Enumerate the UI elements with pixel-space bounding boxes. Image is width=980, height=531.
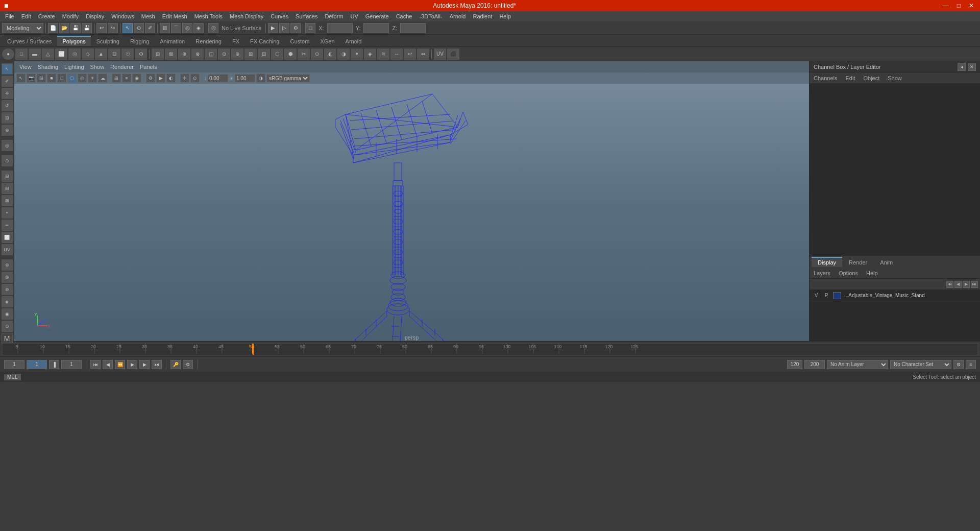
go-end-button[interactable]: ⏭ xyxy=(152,360,162,369)
key-button[interactable]: 🔑 xyxy=(170,360,181,369)
shelf-combine[interactable]: ⊞ xyxy=(244,49,257,60)
layer-color-swatch[interactable] xyxy=(833,292,841,299)
shelf-pyramid[interactable]: ▲ xyxy=(95,49,107,60)
vp-render-preview[interactable]: ▶ xyxy=(156,74,165,83)
z-input[interactable] xyxy=(400,23,426,33)
lt-vertex[interactable]: • xyxy=(2,207,13,219)
vp-menu-lighting[interactable]: Lighting xyxy=(62,63,86,70)
render-settings[interactable]: ⚙ xyxy=(290,23,301,33)
layer-arrow-prev[interactable]: ◀ xyxy=(954,281,962,288)
shelf-wedge[interactable]: ◐ xyxy=(324,49,336,60)
live-surface-icon[interactable]: ◎ xyxy=(208,23,218,33)
menu-uv[interactable]: UV xyxy=(347,12,361,20)
shelf-target-weld[interactable]: ◈ xyxy=(364,49,376,60)
mel-input[interactable] xyxy=(25,374,903,380)
vp-shading-2[interactable]: □ xyxy=(57,74,66,83)
go-start-button[interactable]: ⏮ xyxy=(90,360,101,369)
shelf-cut[interactable]: ✂ xyxy=(298,49,310,60)
menu-deform[interactable]: Deform xyxy=(322,12,346,20)
vp-camera[interactable]: 📷 xyxy=(27,74,36,83)
viewport[interactable]: View Shading Lighting Show Renderer Pane… xyxy=(14,61,809,341)
cb-close-btn[interactable]: ✕ xyxy=(968,63,976,71)
shelf-merge[interactable]: ⊕ xyxy=(178,49,190,60)
vp-pivot[interactable]: ✛ xyxy=(180,74,189,83)
menu-3dtoall[interactable]: -3DToAll- xyxy=(416,12,445,20)
frame-start-input[interactable] xyxy=(4,360,24,369)
tab-arnold[interactable]: Arnold xyxy=(340,36,367,46)
vp-guides[interactable]: ◉ xyxy=(132,74,141,83)
shelf-helix[interactable]: ☉ xyxy=(121,49,134,60)
lt-display-options[interactable]: ⊞ xyxy=(2,171,13,182)
select-tool[interactable]: ↖ xyxy=(122,23,133,33)
snap-grid[interactable]: ⊞ xyxy=(160,23,170,33)
shelf-gear[interactable]: ⚙ xyxy=(135,49,147,60)
ptab-display[interactable]: Display xyxy=(812,257,842,267)
menu-cache[interactable]: Cache xyxy=(393,12,415,20)
vp-xray[interactable]: ◎ xyxy=(78,74,87,83)
tab-fx[interactable]: FX xyxy=(227,36,244,46)
menu-generate[interactable]: Generate xyxy=(362,12,392,20)
shelf-fill[interactable]: ⬡ xyxy=(271,49,283,60)
shelf-extrude[interactable]: ⊞ xyxy=(152,49,164,60)
redo-button[interactable]: ↪ xyxy=(108,23,118,33)
snap-surface[interactable]: ◈ xyxy=(193,23,204,33)
shelf-sphere[interactable]: ● xyxy=(2,49,14,60)
shelf-cylinder[interactable]: ▬ xyxy=(29,49,41,60)
layer-visibility-v[interactable]: V xyxy=(813,292,820,299)
shelf-boolean[interactable]: ⊖ xyxy=(218,49,230,60)
show-manip[interactable]: ⊙ xyxy=(2,155,13,166)
tab-sculpting[interactable]: Sculpting xyxy=(91,36,125,46)
vp-hud[interactable]: ≡ xyxy=(122,74,131,83)
maximize-button[interactable]: □ xyxy=(955,2,963,9)
vp-color-mgt[interactable]: ◑ xyxy=(256,74,265,83)
save-file-button[interactable]: 💾 xyxy=(70,23,81,33)
shelf-planar[interactable]: ⬛ xyxy=(447,49,459,60)
menu-create[interactable]: Create xyxy=(35,12,58,20)
lt-component-mode[interactable]: ⊠ xyxy=(2,195,13,206)
shelf-smooth[interactable]: ⊛ xyxy=(231,49,243,60)
vp-display-settings[interactable]: ⚙ xyxy=(146,74,155,83)
vp-select-type[interactable]: ↖ xyxy=(16,74,26,83)
soft-select[interactable]: ◎ xyxy=(2,140,13,151)
vp-menu-renderer[interactable]: Renderer xyxy=(108,63,136,70)
shelf-connect[interactable]: ✦ xyxy=(351,49,363,60)
menu-display[interactable]: Display xyxy=(83,12,107,20)
vp-menu-show[interactable]: Show xyxy=(88,63,107,70)
ch-nav-channels[interactable]: Channels xyxy=(812,74,839,82)
pstab-layers[interactable]: Layers xyxy=(812,269,832,277)
save-as-button[interactable]: 💾 xyxy=(82,23,92,33)
x-input[interactable] xyxy=(327,23,353,33)
universal-manip[interactable]: ⊕ xyxy=(2,125,13,136)
play-back-button[interactable]: ⏪ xyxy=(115,360,125,369)
ipr-render[interactable]: ▷ xyxy=(279,23,289,33)
layer-name-1[interactable]: ...Adjustable_Vintage_Music_Stand xyxy=(844,293,977,298)
shelf-uv-editor[interactable]: UV xyxy=(434,49,446,60)
scale-tool[interactable]: ⊞ xyxy=(2,112,13,124)
vp-gamma-select[interactable]: sRGB gamma xyxy=(266,74,310,82)
shelf-cone[interactable]: △ xyxy=(42,49,54,60)
shelf-prism[interactable]: ◇ xyxy=(82,49,94,60)
vp-exposure-input[interactable] xyxy=(208,74,228,82)
play-forward-button[interactable]: ▶ xyxy=(127,360,137,369)
shelf-separate[interactable]: ⊟ xyxy=(258,49,270,60)
bc-extra-btn[interactable]: ≡ xyxy=(966,360,976,369)
menu-mesh[interactable]: Mesh xyxy=(138,12,158,20)
pstab-options[interactable]: Options xyxy=(837,269,860,277)
shelf-mirror[interactable]: ⇔ xyxy=(417,49,429,60)
menu-windows[interactable]: Windows xyxy=(108,12,137,20)
menu-curves[interactable]: Curves xyxy=(267,12,291,20)
shelf-plane[interactable]: ⬜ xyxy=(55,49,67,60)
lt-uv[interactable]: UV xyxy=(2,244,13,255)
vp-menu-view[interactable]: View xyxy=(17,63,34,70)
undo-button[interactable]: ↩ xyxy=(96,23,107,33)
pstab-help[interactable]: Help xyxy=(864,269,880,277)
shelf-split[interactable]: ⊗ xyxy=(191,49,204,60)
paint-select-button[interactable]: ✐ xyxy=(2,76,13,87)
lt-more-2[interactable]: ⊗ xyxy=(2,272,13,283)
ch-nav-show[interactable]: Show xyxy=(886,74,904,82)
menu-mesh-tools[interactable]: Mesh Tools xyxy=(191,12,226,20)
tab-rendering[interactable]: Rendering xyxy=(190,36,227,46)
layer-arrow-last[interactable]: ⏭ xyxy=(971,281,978,288)
minimize-button[interactable]: — xyxy=(941,2,951,9)
tab-custom[interactable]: Custom xyxy=(285,36,315,46)
